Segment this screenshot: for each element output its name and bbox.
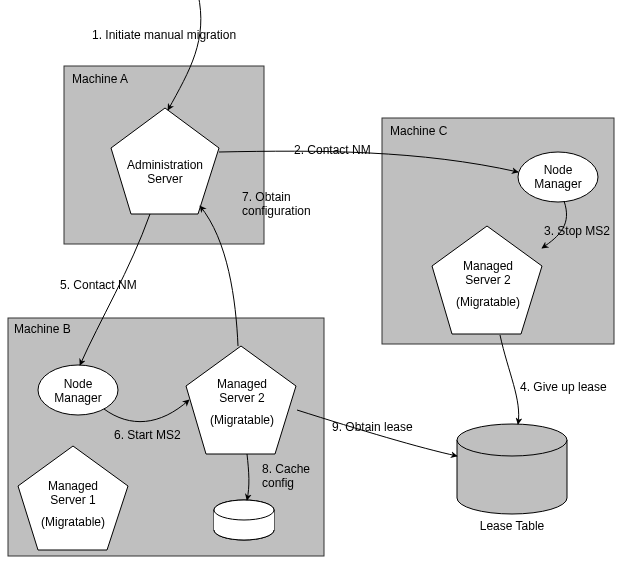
step1-label: 1. Initiate manual migration (92, 28, 236, 42)
arrow-step4 (500, 335, 519, 424)
step3-label: 3. Stop MS2 (544, 224, 610, 238)
cache-cylinder-shape (214, 500, 274, 540)
step9-label: 9. Obtain lease (332, 420, 413, 434)
lease-table-shape (457, 424, 567, 514)
machine-b-label: Machine B (14, 322, 71, 336)
managed-server-2c-text: Managed Server 2 (446, 260, 530, 288)
lease-table-text: Lease Table (472, 520, 552, 534)
machine-c-label: Machine C (390, 124, 447, 138)
managed-server-1-mig: (Migratable) (30, 516, 116, 530)
step8-label: 8. Cache config (262, 462, 310, 490)
svg-point-2 (457, 424, 567, 456)
managed-server-2b-mig: (Migratable) (200, 414, 284, 428)
step7-label: 7. Obtain configuration (242, 190, 311, 218)
node-manager-c-text: Node Manager (528, 164, 588, 192)
node-manager-b-text: Node Manager (48, 378, 108, 406)
step5-label: 5. Contact NM (60, 278, 137, 292)
step4-label: 4. Give up lease (520, 380, 607, 394)
managed-server-2c-mig: (Migratable) (446, 296, 530, 310)
migration-diagram: Machine A Machine C Machine B Administra… (0, 0, 632, 566)
managed-server-2b-text: Managed Server 2 (200, 378, 284, 406)
svg-point-1 (214, 500, 274, 520)
step2-label: 2. Contact NM (294, 143, 371, 157)
managed-server-1-text: Managed Server 1 (30, 480, 116, 508)
machine-a-label: Machine A (72, 72, 128, 86)
admin-server-text: Administration Server (120, 159, 210, 187)
step6-label: 6. Start MS2 (114, 428, 181, 442)
